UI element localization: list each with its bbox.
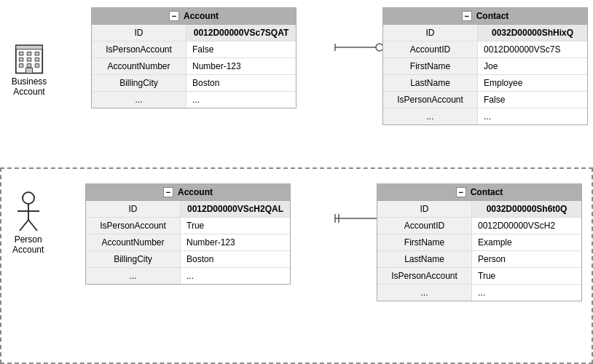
table-row: FirstName Joe: [383, 58, 587, 75]
bottom-contact-minus-btn[interactable]: −: [456, 187, 466, 197]
field-value: 0012D00000VScH2: [472, 218, 581, 234]
bottom-account-table: − Account ID 0012D00000VScH2QAL IsPerson…: [85, 183, 291, 285]
top-contact-title: Contact: [476, 11, 509, 21]
top-contact-id-label: ID: [383, 25, 478, 41]
top-contact-minus-btn[interactable]: −: [462, 11, 472, 21]
bottom-account-table-header: − Account: [86, 184, 290, 201]
top-account-minus-btn[interactable]: −: [169, 11, 179, 21]
svg-rect-16: [19, 64, 23, 68]
field-value: Number-123: [186, 58, 296, 74]
bottom-contact-table: − Contact ID 0032D00000Sh6t0Q AccountID …: [377, 183, 582, 301]
field-value: False: [478, 92, 587, 108]
business-account-label-line1: Business: [12, 76, 47, 87]
svg-rect-19: [25, 68, 32, 73]
field-name: AccountNumber: [86, 234, 181, 250]
table-row: BillingCity Boston: [92, 75, 296, 92]
field-name: FirstName: [377, 234, 472, 250]
field-name: ...: [377, 285, 472, 301]
field-value: ...: [472, 285, 581, 301]
field-name: AccountID: [377, 218, 472, 234]
top-account-id-value: 0012D00000VSc7SQAT: [186, 25, 296, 41]
table-row: IsPersonAccount True: [86, 218, 290, 234]
field-name: BillingCity: [86, 251, 181, 267]
table-row: ... ...: [92, 92, 296, 108]
field-name: ...: [86, 268, 181, 284]
svg-rect-13: [19, 58, 23, 62]
field-name: AccountID: [383, 41, 478, 58]
svg-rect-15: [35, 58, 39, 62]
field-name: ...: [92, 92, 186, 108]
field-name: LastName: [377, 251, 472, 267]
field-value: Example: [472, 234, 581, 250]
table-row: IsPersonAccount False: [383, 92, 587, 108]
person-account-label-line1: Person: [15, 234, 42, 245]
top-account-title: Account: [184, 11, 219, 21]
top-account-id-row: ID 0012D00000VSc7SQAT: [92, 25, 296, 41]
bottom-contact-title: Contact: [471, 187, 503, 197]
field-name: IsPersonAccount: [86, 218, 181, 234]
top-account-table: − Account ID 0012D00000VSc7SQAT IsPerson…: [91, 7, 296, 108]
bottom-section: Person Account − Account ID 0012D00000VS…: [0, 167, 593, 364]
field-value: ...: [478, 108, 587, 124]
person-account-label-line2: Account: [12, 245, 44, 255]
field-value: Person: [472, 251, 581, 267]
svg-rect-14: [27, 58, 31, 62]
person-account-icon-group: Person Account: [12, 191, 44, 255]
table-row: BillingCity Boston: [86, 251, 290, 268]
bottom-account-id-row: ID 0012D00000VScH2QAL: [86, 201, 290, 218]
svg-rect-10: [19, 52, 23, 55]
field-name: IsPersonAccount: [92, 41, 186, 58]
table-row: ... ...: [86, 268, 290, 284]
field-value: Joe: [478, 58, 587, 74]
field-name: IsPersonAccount: [383, 92, 478, 108]
business-account-label-line2: Account: [13, 87, 44, 97]
field-value: Boston: [181, 251, 290, 267]
table-row: FirstName Example: [377, 234, 581, 251]
person-icon: [14, 191, 43, 234]
diagram-container: Business Account − Account ID 0012D00000…: [0, 0, 593, 364]
svg-point-20: [23, 192, 34, 204]
svg-rect-9: [16, 45, 42, 49]
table-row: AccountNumber Number-123: [86, 234, 290, 251]
table-row: ... ...: [377, 285, 581, 301]
field-name: FirstName: [383, 58, 478, 74]
bottom-contact-table-header: − Contact: [377, 184, 581, 201]
table-row: AccountNumber Number-123: [92, 58, 296, 75]
top-account-table-header: − Account: [92, 8, 296, 25]
field-name: LastName: [383, 75, 478, 91]
svg-rect-11: [27, 52, 31, 55]
field-value: Boston: [186, 75, 296, 91]
bottom-contact-id-label: ID: [377, 201, 472, 217]
table-row: IsPersonAccount True: [377, 268, 581, 285]
table-row: ... ...: [383, 108, 587, 124]
svg-rect-17: [27, 64, 31, 68]
svg-rect-12: [35, 52, 39, 55]
field-value: 0012D00000VSc7S: [478, 41, 587, 58]
bottom-contact-id-row: ID 0032D00000Sh6t0Q: [377, 201, 581, 218]
svg-line-23: [20, 220, 28, 231]
field-name: BillingCity: [92, 75, 186, 91]
top-account-id-label: ID: [92, 25, 186, 41]
field-value: True: [181, 218, 290, 234]
field-value: Employee: [478, 75, 587, 91]
bottom-account-minus-btn[interactable]: −: [163, 187, 173, 197]
field-name: ...: [383, 108, 478, 124]
top-contact-id-value: 0032D00000ShHixQ: [478, 25, 587, 41]
bottom-account-id-value: 0012D00000VScH2QAL: [181, 201, 290, 217]
table-row: IsPersonAccount False: [92, 41, 296, 58]
top-section: Business Account − Account ID 0012D00000…: [0, 0, 593, 167]
bottom-contact-id-value: 0032D00000Sh6t0Q: [472, 201, 581, 217]
field-value: ...: [186, 92, 296, 108]
field-value: True: [472, 268, 581, 284]
table-row: LastName Person: [377, 251, 581, 268]
svg-rect-18: [35, 64, 39, 68]
table-row: AccountID 0012D00000VScH2: [377, 218, 581, 234]
table-row: AccountID 0012D00000VSc7S: [383, 41, 587, 58]
bottom-account-id-label: ID: [86, 201, 181, 217]
top-contact-table-header: − Contact: [383, 8, 587, 25]
bottom-account-title: Account: [178, 187, 213, 197]
building-icon: [11, 40, 47, 76]
svg-line-24: [28, 220, 37, 231]
table-row: LastName Employee: [383, 75, 587, 92]
field-name: IsPersonAccount: [377, 268, 472, 284]
